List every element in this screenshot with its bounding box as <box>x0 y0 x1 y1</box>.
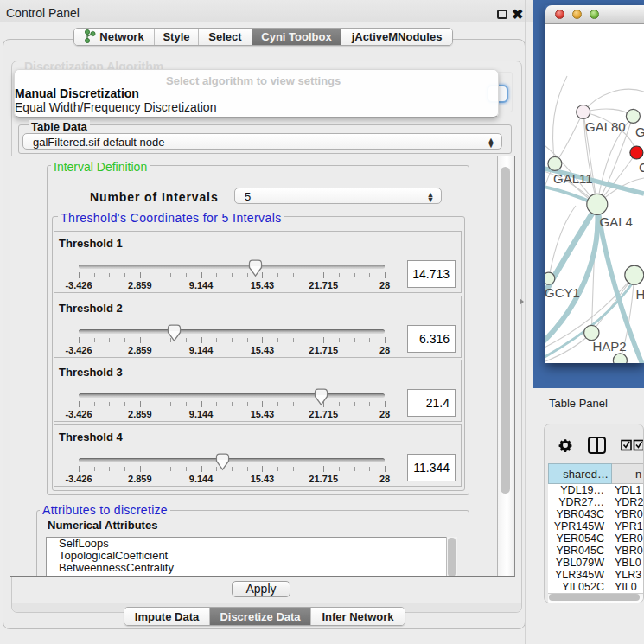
svg-text:GAL11: GAL11 <box>553 171 593 186</box>
svg-text:HIS4: HIS4 <box>636 287 644 302</box>
svg-text:GCY1: GCY1 <box>545 285 580 300</box>
svg-text:HAP2: HAP2 <box>592 339 626 354</box>
svg-text:CDC6: CDC6 <box>639 160 644 175</box>
svg-text:GAL80: GAL80 <box>585 119 626 134</box>
svg-text:GAL7: GAL7 <box>635 124 644 139</box>
svg-text:GAL4: GAL4 <box>600 214 633 229</box>
